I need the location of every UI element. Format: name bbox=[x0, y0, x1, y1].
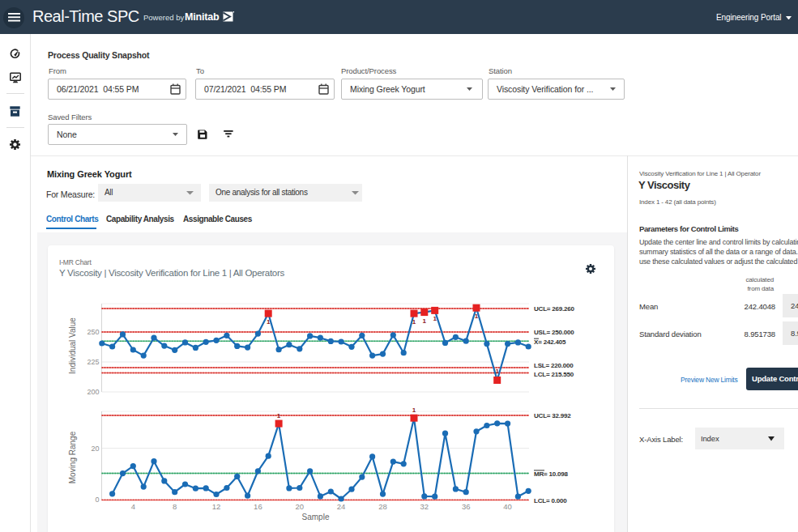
svg-text:200: 200 bbox=[87, 388, 99, 396]
svg-text:1: 1 bbox=[433, 315, 437, 322]
svg-text:LCL= 0.000: LCL= 0.000 bbox=[534, 497, 567, 504]
svg-text:250: 250 bbox=[87, 328, 99, 336]
svg-text:225: 225 bbox=[87, 358, 99, 366]
svg-text:12: 12 bbox=[212, 502, 221, 511]
svg-text:LSL= 220.000: LSL= 220.000 bbox=[534, 362, 574, 369]
svg-text:1: 1 bbox=[495, 368, 499, 375]
svg-text:28: 28 bbox=[378, 502, 387, 511]
svg-text:32: 32 bbox=[420, 502, 429, 511]
svg-text:MR= 10.098: MR= 10.098 bbox=[534, 470, 569, 478]
svg-text:16: 16 bbox=[254, 502, 262, 511]
svg-text:X= 242.405: X= 242.405 bbox=[534, 338, 566, 346]
svg-text:UCL= 269.260: UCL= 269.260 bbox=[534, 305, 575, 313]
svg-text:Individual Value: Individual Value bbox=[68, 317, 77, 374]
svg-text:1: 1 bbox=[277, 412, 281, 419]
svg-text:1: 1 bbox=[475, 313, 479, 320]
svg-text:0: 0 bbox=[95, 496, 99, 504]
svg-text:20: 20 bbox=[91, 445, 99, 453]
svg-text:UCL= 32.992: UCL= 32.992 bbox=[534, 412, 571, 419]
svg-text:4: 4 bbox=[131, 502, 135, 511]
svg-text:Moving Range: Moving Range bbox=[68, 431, 77, 483]
svg-text:LCL= 215.550: LCL= 215.550 bbox=[534, 371, 574, 378]
svg-text:20: 20 bbox=[296, 502, 305, 511]
svg-text:1: 1 bbox=[412, 406, 416, 414]
svg-text:USL= 250.000: USL= 250.000 bbox=[534, 329, 574, 336]
svg-text:40: 40 bbox=[503, 502, 512, 511]
svg-text:36: 36 bbox=[462, 502, 471, 511]
svg-text:1: 1 bbox=[267, 318, 271, 326]
svg-text:24: 24 bbox=[337, 502, 346, 511]
svg-text:8: 8 bbox=[173, 502, 177, 511]
svg-text:1: 1 bbox=[423, 317, 427, 325]
svg-text:Sample: Sample bbox=[302, 513, 330, 521]
svg-text:1: 1 bbox=[412, 318, 416, 326]
